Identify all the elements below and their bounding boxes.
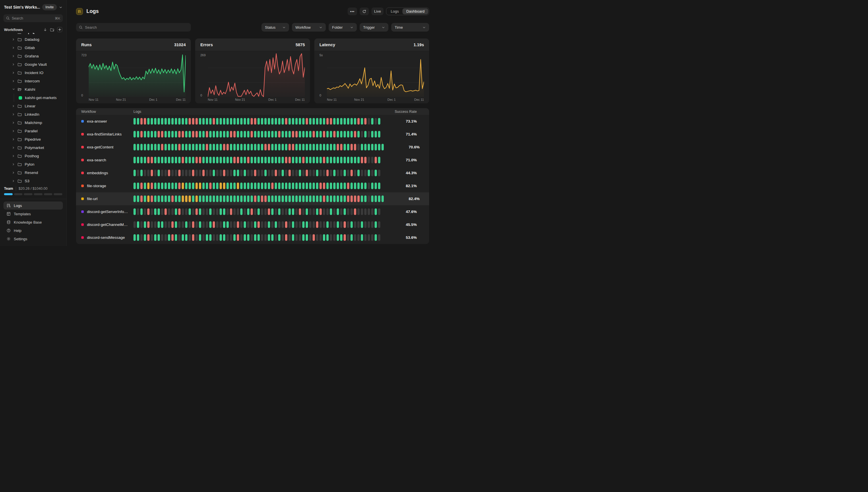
log-bar-error[interactable] [196,208,198,215]
log-bar-success[interactable] [292,234,294,241]
log-bar-success[interactable] [240,144,243,150]
log-bar-success[interactable] [323,234,325,241]
log-bar-error[interactable] [251,131,253,138]
log-bar-error[interactable] [178,208,180,215]
log-bar-success[interactable] [330,182,332,189]
log-bar-success[interactable] [244,221,246,228]
log-bar-success[interactable] [309,144,312,150]
log-bar-success[interactable] [264,182,267,189]
log-bar-success[interactable] [306,234,308,241]
log-bar-success[interactable] [299,144,301,150]
folder-item-polymarket[interactable]: Polymarket [3,144,63,152]
log-bar-success[interactable] [316,170,318,176]
more-options-button[interactable]: ••• [348,7,357,15]
log-bar-empty[interactable] [281,234,284,241]
log-bar-empty[interactable] [371,170,373,176]
log-bar-warning[interactable] [223,182,225,189]
log-bar-empty[interactable] [368,221,370,228]
log-bar-empty[interactable] [185,208,188,215]
log-bar-success[interactable] [182,118,184,125]
log-bar-empty[interactable] [357,208,359,215]
log-bar-success[interactable] [220,118,222,125]
log-bar-empty[interactable] [275,208,277,215]
add-workflow-button[interactable] [57,27,62,32]
log-bar-success[interactable] [247,208,249,215]
log-bar-error[interactable] [375,157,377,163]
log-bar-success[interactable] [292,208,294,215]
sidebar-search-input[interactable]: Search ⌘K [3,14,63,22]
log-bar-success[interactable] [281,157,284,163]
log-bar-success[interactable] [257,131,260,138]
log-bar-success[interactable] [154,131,156,138]
log-bar-empty[interactable] [364,234,367,241]
log-bar-success[interactable] [364,182,367,189]
log-bar-success[interactable] [233,234,235,241]
log-bar-success[interactable] [154,208,156,215]
log-bar-success[interactable] [140,170,143,176]
log-bar-empty[interactable] [144,170,146,176]
log-bar-error[interactable] [268,144,270,150]
log-bar-success[interactable] [344,195,346,202]
log-bar-error[interactable] [192,234,194,241]
workflow-item-kalshi-get-markets[interactable]: kalshi-get-markets [3,94,63,102]
log-bar-success[interactable] [237,170,239,176]
log-bar-success[interactable] [220,144,222,150]
log-bar-empty[interactable] [313,170,315,176]
log-bar-success[interactable] [247,118,249,125]
log-bar-error[interactable] [151,157,153,163]
log-bar-success[interactable] [316,208,318,215]
log-bar-empty[interactable] [309,170,312,176]
sidebar-item-knowledge-base[interactable]: Knowledge Base [3,218,63,226]
log-bar-empty[interactable] [320,221,322,228]
log-bar-empty[interactable] [144,208,146,215]
log-bar-error[interactable] [202,170,205,176]
log-bar-empty[interactable] [182,170,184,176]
log-bar-success[interactable] [378,144,380,150]
log-bar-empty[interactable] [330,234,332,241]
log-bar-error[interactable] [247,157,249,163]
log-bar-empty[interactable] [354,170,356,176]
log-bar-success[interactable] [361,182,363,189]
log-bar-error[interactable] [354,208,356,215]
log-bar-success[interactable] [326,157,329,163]
table-row-embeddings[interactable]: embeddings44.3% [76,167,429,179]
log-bar-error[interactable] [295,131,298,138]
folder-item-mailchimp[interactable]: Mailchimp [3,119,63,127]
log-bar-success[interactable] [133,157,136,163]
folder-item-pipedrive[interactable]: Pipedrive [3,135,63,144]
log-bar-empty[interactable] [161,208,163,215]
log-bar-success[interactable] [147,131,150,138]
log-bar-error[interactable] [213,221,215,228]
log-bar-success[interactable] [289,118,291,125]
log-bar-success[interactable] [192,144,194,150]
log-bar-success[interactable] [244,144,246,150]
log-bar-empty[interactable] [364,221,367,228]
log-bar-success[interactable] [378,157,380,163]
folder-item-s3[interactable]: S3 [3,177,63,185]
filter-dropdown-folder[interactable]: Folder [329,23,357,31]
log-bar-success[interactable] [157,234,160,241]
log-bar-empty[interactable] [206,170,208,176]
log-bar-empty[interactable] [151,234,153,241]
log-bar-empty[interactable] [289,234,291,241]
log-bar-success[interactable] [257,195,260,202]
log-bar-error[interactable] [264,144,267,150]
toggle-dashboard[interactable]: Dashboard [402,8,428,14]
log-bar-success[interactable] [278,118,280,125]
sidebar-item-settings[interactable]: Settings [3,235,63,243]
log-bar-success[interactable] [278,144,280,150]
table-row-file-storage[interactable]: file-storage82.1% [76,179,429,192]
log-bar-error[interactable] [223,170,225,176]
log-bar-success[interactable] [144,234,146,241]
log-bar-error[interactable] [320,208,322,215]
log-bar-empty[interactable] [168,208,170,215]
log-bar-empty[interactable] [165,221,167,228]
log-bar-success[interactable] [292,182,294,189]
log-bar-empty[interactable] [140,234,143,241]
log-bar-success[interactable] [306,131,308,138]
log-bar-error[interactable] [192,170,194,176]
log-bar-success[interactable] [306,208,308,215]
log-bar-success[interactable] [302,182,304,189]
log-bar-success[interactable] [182,234,184,241]
folder-item-gitlab[interactable]: Gitlab [3,44,63,52]
